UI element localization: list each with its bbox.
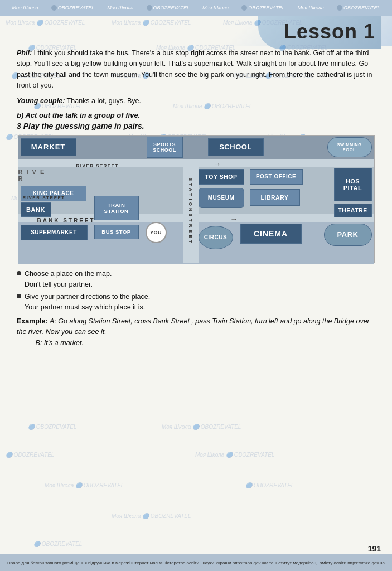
- wm21: 🔵 OBOZREVATEL: [28, 424, 76, 430]
- toy-shop-box: TOY SHOP: [199, 169, 244, 185]
- river-street-left-text: RIVER STREET: [21, 195, 67, 200]
- river-street-text: RIVER STREET: [74, 163, 121, 168]
- sports-school-box: SPORTSSCHOOL: [147, 137, 183, 158]
- bullet-2: Give your partner directions to the plac…: [17, 292, 375, 313]
- page-number: 191: [368, 544, 381, 553]
- young-couple-speaker: Young couple:: [17, 97, 65, 105]
- banner-wm-4: Моя Школа: [298, 5, 324, 11]
- example-b-text: B: It's a market.: [35, 339, 83, 347]
- river-street-label: RIVER STREET: [74, 159, 121, 170]
- footer-text: Право для безкоштовного розміщення підру…: [7, 560, 385, 565]
- bullet-circle-1: [17, 271, 21, 275]
- young-couple-dialogue: Young couple: Thanks a lot, guys. Bye.: [17, 96, 375, 107]
- example-label: Example:: [17, 317, 50, 325]
- banner-logo-4: OBOZREVATEL: [337, 5, 380, 11]
- instruction-b: b) Act out the talk in a group of five.: [17, 111, 375, 119]
- map-grid: S T A T I O N S T R E E T MARKET SPORTSS…: [18, 136, 374, 263]
- main-content: Phil: I think you should take the bus. T…: [0, 46, 392, 354]
- you-box: YOU: [146, 222, 167, 243]
- phil-speaker: Phil:: [17, 49, 32, 57]
- bank-street-label: BANK STREET: [35, 215, 98, 225]
- phil-text: I think you should take the bus. There's…: [17, 49, 372, 89]
- example-block: Example: A: Go along Station Street, cro…: [17, 316, 375, 349]
- post-office-box: POST OFFICE: [250, 169, 303, 185]
- bank-street-text: BANK STREET: [35, 217, 98, 224]
- lesson-header: Lesson 1: [0, 16, 392, 46]
- museum-box: MUSEUM: [199, 188, 244, 208]
- river-label: R I V E R: [18, 167, 46, 183]
- banner-logo-1: OBOZREVATEL: [51, 5, 94, 11]
- example-a-text: A: Go along Station Street, cross Bank S…: [17, 317, 370, 336]
- wm23: 🔵 OBOZREVATEL: [6, 452, 54, 458]
- footer: Право для безкоштовного розміщення підру…: [0, 554, 392, 571]
- bullet-1: Choose a place on the map.Don't tell you…: [17, 269, 375, 290]
- hospital-box: HOSPITAL: [334, 168, 372, 201]
- bullet-1-text: Choose a place on the map.Don't tell you…: [25, 269, 112, 290]
- wm22: Моя Школа 🔵 OBOZREVATEL: [162, 424, 241, 430]
- bank-street-arrow: →: [230, 215, 238, 224]
- banner-wm-3: Моя Школа: [202, 5, 229, 11]
- wm24: Моя Школа 🔵 OBOZREVATEL: [195, 452, 274, 458]
- wm25: Моя Школа 🔵 OBOZREVATEL: [45, 482, 124, 488]
- banner-logo-2: OBOZREVATEL: [147, 5, 190, 11]
- lesson-title: Lesson 1: [284, 20, 375, 43]
- bullet-2-text: Give your partner directions to the plac…: [25, 292, 150, 313]
- train-station-box: TRAINSTATION: [94, 196, 139, 220]
- wm26: 🔵 OBOZREVATEL: [245, 482, 294, 488]
- park-box: PARK: [324, 224, 372, 246]
- river-street-arrow: →: [214, 159, 221, 168]
- map-instructions: Choose a place on the map.Don't tell you…: [17, 269, 375, 313]
- bullet-circle-2: [17, 294, 21, 298]
- library-box: LIBRARY: [250, 189, 300, 206]
- theatre-box: THEATRE: [334, 204, 372, 217]
- dialogue: Phil: I think you should take the bus. T…: [17, 48, 375, 91]
- banner-logo-3: OBOZREVATEL: [241, 5, 284, 11]
- street-v-label: S T R E E T: [188, 214, 193, 244]
- station-street-label: S T A T I O N: [188, 178, 193, 212]
- young-couple-text: Thanks a lot, guys. Bye.: [65, 97, 141, 105]
- river-street-left: RIVER STREET: [21, 191, 67, 201]
- cinema-box: CINEMA: [240, 224, 302, 244]
- market-box: MARKET: [21, 138, 76, 156]
- station-street-bg: S T A T I O N S T R E E T: [183, 159, 199, 263]
- wm27: Моя Школа 🔵 OBOZREVATEL: [112, 513, 191, 519]
- bus-stop-box: BUS STOP: [94, 225, 139, 239]
- school-box: SCHOOL: [208, 138, 264, 156]
- supermarket-box: SUPERMARKET: [21, 225, 88, 240]
- banner-wm-1: Моя Школа: [12, 5, 38, 11]
- map-container: S T A T I O N S T R E E T MARKET SPORTSS…: [18, 135, 375, 263]
- instruction-3: 3 Play the guessing game in pairs.: [17, 122, 375, 130]
- circus-box: CIRCUS: [199, 226, 233, 249]
- wm28: 🔵 OBOZREVATEL: [33, 541, 82, 547]
- banner-wm-2: Моя Школа: [107, 5, 133, 11]
- swimming-pool-box: SWIMMINGPOOL: [327, 137, 372, 157]
- top-banner: Моя Школа OBOZREVATEL Моя Школа OBOZREVA…: [0, 0, 392, 16]
